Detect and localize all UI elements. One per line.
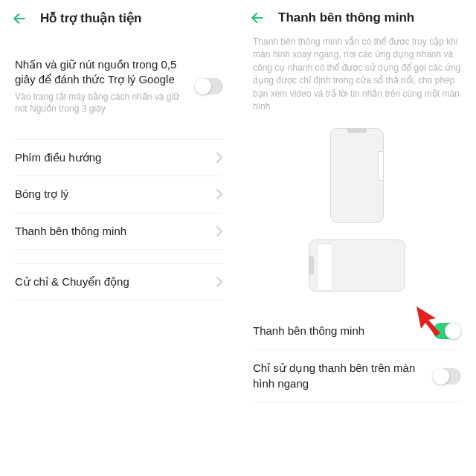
page-title: Thanh bên thông minh — [278, 10, 414, 25]
chevron-right-icon — [216, 188, 223, 200]
spacer — [0, 126, 238, 139]
row-gesture-motion[interactable]: Cử chỉ & Chuyển động — [0, 264, 238, 300]
row-navigation-keys[interactable]: Phím điều hướng — [0, 140, 238, 176]
illustration — [238, 120, 476, 292]
screen-convenience-assist: Hỗ trợ thuận tiện Nhấn và giữ nút nguồn … — [0, 0, 238, 476]
toggle-landscape-only[interactable] — [433, 368, 461, 385]
phone-landscape-icon — [309, 239, 405, 292]
nav-recent-icon[interactable] — [291, 459, 304, 472]
nav-bar — [238, 457, 476, 475]
screen-smart-sidebar: Thanh bên thông minh Thanh bên thông min… — [238, 0, 476, 476]
nav-recent-icon[interactable] — [53, 459, 66, 472]
nav-bar — [0, 457, 238, 475]
back-arrow-icon[interactable] — [250, 10, 265, 25]
nav-home-icon[interactable] — [350, 459, 364, 472]
chevron-right-icon — [216, 225, 223, 237]
row-smart-sidebar[interactable]: Thanh bên thông minh — [0, 213, 238, 249]
row-title: Phím điều hướng — [15, 150, 101, 165]
row-landscape-only[interactable]: Chỉ sử dụng thanh bên trên màn hình ngan… — [238, 350, 476, 402]
row-content: Nhấn và giữ nút nguồn trong 0,5 giây để … — [15, 57, 195, 115]
row-title: Thanh bên thông minh — [253, 324, 364, 338]
row-title: Chỉ sử dụng thanh bên trên màn hình ngan… — [253, 361, 424, 391]
row-title: Bóng trợ lý — [15, 187, 68, 202]
row-title: Thanh bên thông minh — [15, 224, 126, 239]
nav-home-icon[interactable] — [112, 459, 126, 472]
header: Hỗ trợ thuận tiện — [0, 0, 238, 33]
chevron-right-icon — [216, 152, 223, 164]
description-text: Thanh bên thông minh vẫn có thể được tru… — [238, 33, 476, 120]
row-subtitle: Vào trang tắt máy bằng cách nhấn và giữ … — [15, 91, 186, 116]
back-arrow-icon[interactable] — [12, 11, 27, 26]
divider — [15, 300, 223, 300]
row-google-assistant[interactable]: Nhấn và giữ nút nguồn trong 0,5 giây để … — [0, 47, 238, 126]
page-title: Hỗ trợ thuận tiện — [40, 10, 141, 26]
divider — [253, 402, 461, 402]
toggle-smart-sidebar[interactable] — [433, 323, 461, 339]
phone-portrait-icon — [330, 128, 384, 222]
nav-back-icon[interactable] — [172, 459, 185, 472]
spacer — [0, 33, 238, 47]
spacer — [0, 250, 238, 263]
row-title: Nhấn và giữ nút nguồn trong 0,5 giây để … — [15, 57, 186, 88]
nav-back-icon[interactable] — [410, 459, 423, 472]
toggle-google-assistant[interactable] — [195, 78, 223, 94]
row-title: Cử chỉ & Chuyển động — [15, 274, 129, 289]
header: Thanh bên thông minh — [238, 0, 476, 33]
row-assistant-ball[interactable]: Bóng trợ lý — [0, 176, 238, 212]
row-smart-sidebar-toggle[interactable]: Thanh bên thông minh — [238, 312, 476, 350]
chevron-right-icon — [216, 276, 223, 288]
spacer — [238, 292, 476, 312]
